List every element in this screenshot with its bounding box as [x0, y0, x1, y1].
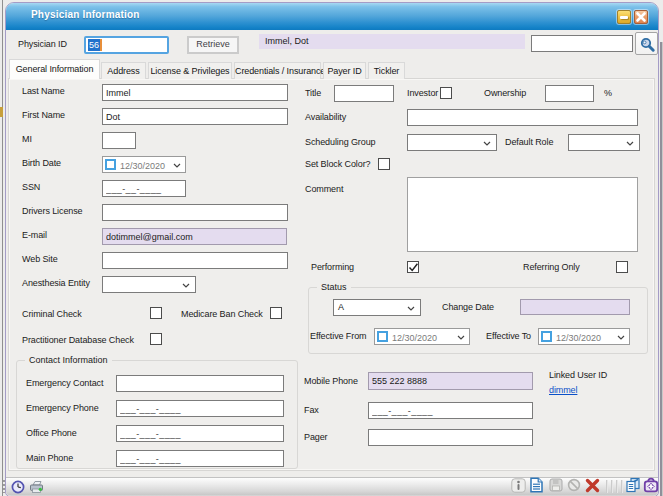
- drivers-license-label: Drivers License: [22, 207, 83, 216]
- close-button[interactable]: [634, 10, 648, 24]
- physician-name-display: Immel, Dot: [259, 34, 525, 49]
- medical-bag-icon[interactable]: [643, 477, 659, 495]
- effective-from-label: Effective From: [310, 332, 366, 341]
- print-icon[interactable]: [29, 480, 44, 496]
- retrieve-button[interactable]: Retrieve: [187, 36, 239, 54]
- referring-only-checkbox[interactable]: [616, 261, 628, 273]
- save-icon-disabled[interactable]: [549, 478, 563, 494]
- cancel-icon-disabled[interactable]: [567, 478, 581, 494]
- performing-checkbox[interactable]: [407, 261, 419, 273]
- fax-input[interactable]: [368, 402, 533, 419]
- tab-address[interactable]: Address: [101, 62, 146, 79]
- copy-icon[interactable]: [625, 477, 641, 495]
- toolbar-grip[interactable]: [3, 480, 5, 493]
- investor-checkbox[interactable]: [440, 87, 452, 99]
- emergency-contact-input[interactable]: [116, 375, 284, 392]
- fax-label: Fax: [304, 406, 319, 415]
- chevron-down-icon: [182, 283, 190, 288]
- chevron-down-icon: [173, 163, 181, 168]
- effective-from-value: 12/30/2020: [392, 333, 437, 343]
- emergency-contact-label: Emergency Contact: [26, 379, 103, 388]
- chevron-down-icon: [407, 306, 415, 311]
- practitioner-database-check-checkbox[interactable]: [150, 333, 162, 345]
- main-phone-input[interactable]: [116, 450, 284, 467]
- status-value: A: [338, 302, 344, 312]
- view-document-icon[interactable]: [529, 477, 544, 495]
- tab-license-privileges[interactable]: License & Privileges: [148, 62, 232, 79]
- birth-date-picker[interactable]: 12/30/2020: [102, 156, 186, 173]
- ssn-input[interactable]: [102, 180, 186, 197]
- effective-to-checkbox[interactable]: [541, 331, 552, 342]
- anesthesia-entity-label: Anesthesia Entity: [22, 279, 90, 288]
- title-input[interactable]: [334, 85, 394, 102]
- change-date-input[interactable]: [520, 299, 630, 315]
- info-icon[interactable]: [511, 478, 526, 495]
- toolbar-separator: [616, 480, 618, 493]
- mi-label: MI: [22, 135, 32, 144]
- mi-input[interactable]: [102, 132, 136, 149]
- toolbar-separator: [621, 480, 623, 493]
- effective-from-checkbox[interactable]: [377, 331, 388, 342]
- toolbar-separator: [611, 480, 613, 493]
- linked-user-id-label: Linked User ID: [549, 371, 607, 380]
- pager-input[interactable]: [368, 429, 533, 446]
- criminal-check-checkbox[interactable]: [150, 307, 162, 319]
- effective-from-picker[interactable]: 12/30/2020: [374, 328, 470, 345]
- set-block-color-label: Set Block Color?: [305, 160, 370, 169]
- status-select[interactable]: A: [333, 299, 421, 316]
- window-title: Physician Information: [31, 10, 140, 20]
- close-icon: [635, 11, 647, 23]
- referring-only-label: Referring Only: [523, 263, 580, 272]
- minimize-icon: [620, 16, 628, 19]
- drivers-license-input[interactable]: [102, 204, 288, 221]
- delete-icon[interactable]: [585, 478, 600, 495]
- history-clock-icon[interactable]: [11, 480, 25, 496]
- effective-to-label: Effective To: [486, 332, 531, 341]
- check-icon: [408, 262, 419, 273]
- main-phone-label: Main Phone: [26, 454, 73, 463]
- chevron-down-icon: [626, 141, 634, 146]
- chevron-down-icon: [483, 141, 491, 146]
- tab-general-information[interactable]: General Information: [9, 59, 100, 79]
- medicare-ban-check-label: Medicare Ban Check: [181, 310, 263, 319]
- set-block-color-checkbox[interactable]: [378, 158, 390, 170]
- last-name-input[interactable]: [102, 84, 288, 101]
- scheduling-group-select[interactable]: [407, 134, 497, 151]
- tab-payer-id[interactable]: Payer ID: [323, 62, 366, 79]
- effective-to-value: 12/30/2020: [556, 333, 601, 343]
- effective-to-picker[interactable]: 12/30/2020: [538, 328, 630, 345]
- email-input[interactable]: [102, 228, 287, 245]
- emergency-phone-input[interactable]: [116, 400, 284, 417]
- linked-user-id-link-wrap: dimmel: [549, 386, 577, 395]
- text-caret: [100, 39, 102, 51]
- minimize-button[interactable]: [617, 10, 631, 24]
- tab-tickler[interactable]: Tickler: [368, 62, 405, 79]
- emergency-phone-label: Emergency Phone: [26, 404, 99, 413]
- medicare-ban-check-checkbox[interactable]: [270, 307, 282, 319]
- availability-input[interactable]: [407, 109, 638, 126]
- birth-date-label: Birth Date: [22, 159, 61, 168]
- linked-user-id-link[interactable]: dimmel: [549, 385, 577, 395]
- birth-date-value: 12/30/2020: [120, 161, 165, 171]
- physician-id-input[interactable]: 56: [84, 36, 169, 54]
- first-name-label: First Name: [22, 111, 65, 120]
- default-role-select[interactable]: [568, 134, 640, 151]
- web-site-input[interactable]: [102, 252, 288, 269]
- ssn-label: SSN: [22, 183, 40, 192]
- comment-textarea[interactable]: [407, 177, 638, 252]
- search-input[interactable]: [531, 35, 633, 52]
- tab-credentials-insurance[interactable]: Credentials / Insurance: [234, 62, 321, 79]
- mobile-phone-input[interactable]: [368, 372, 533, 390]
- birth-date-checkbox[interactable]: [105, 159, 116, 170]
- ownership-input[interactable]: [545, 85, 594, 102]
- office-phone-input[interactable]: [116, 425, 284, 442]
- toolbar-separator: [606, 480, 608, 493]
- anesthesia-entity-select[interactable]: [102, 276, 196, 293]
- practitioner-database-check-label: Practitioner Database Check: [22, 336, 134, 345]
- mobile-phone-label: Mobile Phone: [304, 377, 358, 386]
- chevron-down-icon: [457, 335, 465, 340]
- office-phone-label: Office Phone: [26, 429, 77, 438]
- search-button[interactable]: [635, 32, 658, 55]
- first-name-input[interactable]: [102, 108, 288, 125]
- chevron-down-icon: [617, 335, 625, 340]
